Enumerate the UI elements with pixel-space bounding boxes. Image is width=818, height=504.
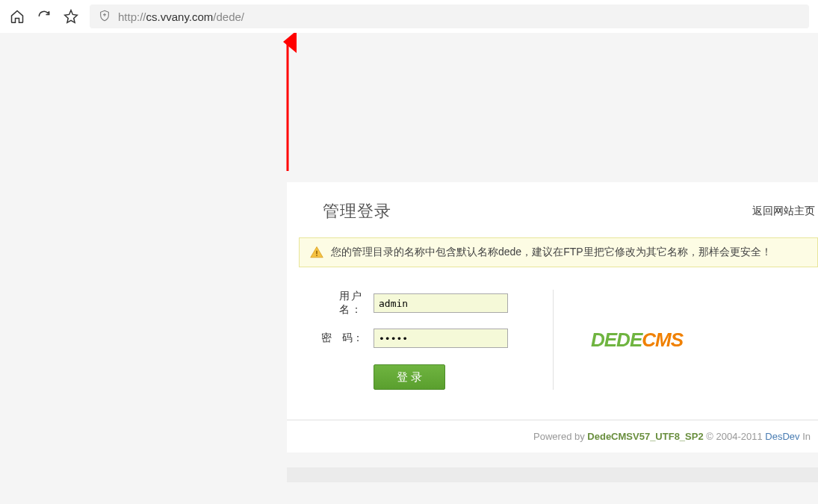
username-label: 用户名：: [317, 290, 363, 317]
panel-shadow: [287, 467, 818, 482]
svg-rect-3: [316, 255, 317, 256]
dedecms-logo: DEDECMS: [591, 329, 683, 352]
home-icon[interactable]: [9, 8, 25, 25]
username-row: 用户名：: [317, 290, 508, 317]
page-content: 管理登录 返回网站主页 您的管理目录的名称中包含默认名称dede，建议在FTP里…: [0, 33, 818, 504]
svg-rect-2: [316, 251, 317, 255]
login-header: 管理登录 返回网站主页: [287, 182, 818, 237]
reload-icon[interactable]: [36, 8, 52, 25]
security-warning: 您的管理目录的名称中包含默认名称dede，建议在FTP里把它修改为其它名称，那样…: [299, 237, 818, 267]
warning-icon: [310, 246, 323, 259]
username-input[interactable]: [374, 293, 508, 313]
annotation-arrow: [282, 33, 304, 175]
shield-icon: [99, 10, 111, 24]
footer: Powered by DedeCMSV57_UTF8_SP2 © 2004-20…: [287, 420, 818, 452]
return-home-link[interactable]: 返回网站主页: [752, 205, 818, 218]
browser-toolbar: http://cs.vvany.com/dede/: [0, 0, 818, 33]
footer-suffix: In: [802, 431, 811, 442]
login-button[interactable]: 登录: [374, 364, 445, 390]
favorite-icon[interactable]: [63, 8, 79, 25]
login-panel: 管理登录 返回网站主页 您的管理目录的名称中包含默认名称dede，建议在FTP里…: [287, 182, 818, 452]
address-bar[interactable]: http://cs.vvany.com/dede/: [90, 4, 809, 28]
logo-section: DEDECMS: [553, 290, 732, 390]
footer-product: DedeCMSV57_UTF8_SP2: [587, 431, 703, 442]
password-input[interactable]: [374, 329, 508, 348]
login-title: 管理登录: [323, 200, 391, 223]
url-text: http://cs.vvany.com/dede/: [118, 10, 244, 23]
password-row: 密 码：: [317, 329, 508, 348]
login-form: 用户名： 密 码： 登录 DEDECMS: [287, 282, 818, 420]
warning-text: 您的管理目录的名称中包含默认名称dede，建议在FTP里把它修改为其它名称，那样…: [331, 246, 772, 259]
password-label: 密 码：: [317, 332, 363, 345]
footer-powered: Powered by: [533, 431, 587, 442]
footer-copyright: © 2004-2011: [706, 431, 765, 442]
footer-company-link[interactable]: DesDev: [765, 431, 799, 442]
